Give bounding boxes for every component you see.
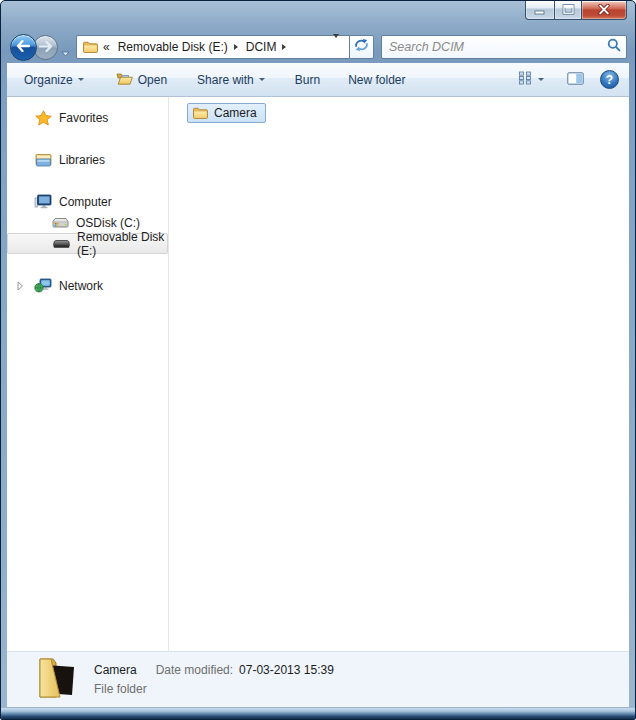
star-icon — [34, 110, 52, 126]
refresh-icon — [354, 38, 369, 56]
file-list-pane[interactable]: Camera — [169, 97, 629, 651]
search-icon[interactable] — [607, 38, 621, 56]
open-label: Open — [138, 73, 167, 87]
forward-arrow-icon — [39, 38, 53, 56]
computer-icon — [34, 194, 52, 209]
recent-pages-dropdown[interactable] — [61, 43, 70, 61]
search-box[interactable] — [381, 35, 627, 59]
change-view-button[interactable] — [510, 67, 551, 92]
chevron-down-icon — [333, 34, 339, 55]
chevron-down-icon — [259, 78, 265, 81]
sidebar-item-network[interactable]: Network — [7, 275, 168, 296]
address-bar: « Removable Disk (E:) DCIM — [76, 35, 374, 59]
help-button[interactable]: ? — [600, 70, 619, 89]
minimize-icon — [534, 1, 546, 19]
details-item-type: File folder — [94, 682, 334, 696]
preview-pane-button[interactable] — [560, 68, 591, 92]
sidebar-item-computer[interactable]: Computer — [7, 191, 168, 212]
back-arrow-icon — [16, 38, 31, 56]
removable-drive-icon — [52, 239, 70, 249]
libraries-icon — [34, 153, 52, 167]
breadcrumb-separator-icon — [282, 44, 286, 50]
organize-label: Organize — [24, 73, 73, 87]
address-history-dropdown[interactable] — [327, 34, 345, 60]
breadcrumb-item-dcim[interactable]: DCIM — [242, 38, 291, 56]
views-icon — [517, 71, 533, 88]
open-folder-icon — [116, 72, 133, 88]
share-with-label: Share with — [197, 73, 254, 87]
open-button[interactable]: Open — [109, 68, 174, 92]
close-button[interactable] — [582, 1, 627, 20]
explorer-window: « Removable Disk (E:) DCIM — [0, 0, 636, 720]
organize-button[interactable]: Organize — [17, 69, 91, 91]
search-input[interactable] — [389, 40, 607, 54]
toolbar-right-group: ? — [510, 67, 619, 92]
address-folder-icon[interactable] — [81, 41, 99, 53]
maximize-button[interactable] — [555, 1, 582, 20]
refresh-button[interactable] — [349, 35, 374, 59]
details-pane: Camera Date modified: 07-03-2013 15:39 F… — [7, 651, 629, 707]
window-bottom-frame — [1, 708, 635, 719]
details-item-name: Camera — [94, 663, 137, 677]
burn-label: Burn — [295, 73, 320, 87]
expand-arrow-icon[interactable] — [17, 280, 24, 294]
breadcrumb-separator-icon — [234, 44, 238, 50]
sidebar-item-libraries[interactable]: Libraries — [7, 149, 168, 170]
sidebar-item-removable-disk-e[interactable]: Removable Disk (E:) — [7, 233, 168, 254]
preview-pane-icon — [567, 72, 584, 88]
maximize-icon — [562, 1, 575, 19]
share-with-button[interactable]: Share with — [190, 69, 272, 91]
new-folder-label: New folder — [348, 73, 405, 87]
breadcrumb-item-removable-disk[interactable]: Removable Disk (E:) — [114, 38, 242, 56]
overflow-chevron: « — [103, 40, 110, 54]
content-area: Favorites Libraries Computer OSDisk (C:) — [7, 97, 629, 651]
navigation-bar: « Removable Disk (E:) DCIM — [7, 31, 629, 63]
close-icon — [597, 1, 611, 19]
minimize-button[interactable] — [525, 1, 555, 20]
network-icon — [34, 278, 52, 293]
details-text: Camera Date modified: 07-03-2013 15:39 F… — [94, 663, 334, 696]
help-icon: ? — [606, 73, 613, 87]
date-modified-value: 07-03-2013 15:39 — [239, 663, 334, 677]
chevron-down-icon — [78, 78, 84, 81]
chevron-down-icon — [538, 78, 544, 81]
hard-drive-icon — [51, 217, 69, 229]
folder-item-label: Camera — [214, 106, 257, 120]
breadcrumb-overflow-button[interactable]: « — [99, 38, 114, 56]
date-modified-label: Date modified: — [156, 663, 233, 677]
folder-icon — [191, 107, 209, 119]
folder-item-camera[interactable]: Camera — [187, 103, 266, 123]
new-folder-button[interactable]: New folder — [341, 69, 412, 91]
sidebar-item-favorites[interactable]: Favorites — [7, 107, 168, 128]
command-toolbar: Organize Open Share with Burn New folder — [7, 63, 629, 97]
window-controls — [525, 1, 627, 20]
breadcrumb[interactable]: « Removable Disk (E:) DCIM — [76, 35, 349, 59]
back-button[interactable] — [10, 34, 37, 61]
burn-button[interactable]: Burn — [288, 69, 327, 91]
open-folder-large-icon — [33, 654, 81, 706]
navigation-pane: Favorites Libraries Computer OSDisk (C:) — [7, 97, 168, 651]
